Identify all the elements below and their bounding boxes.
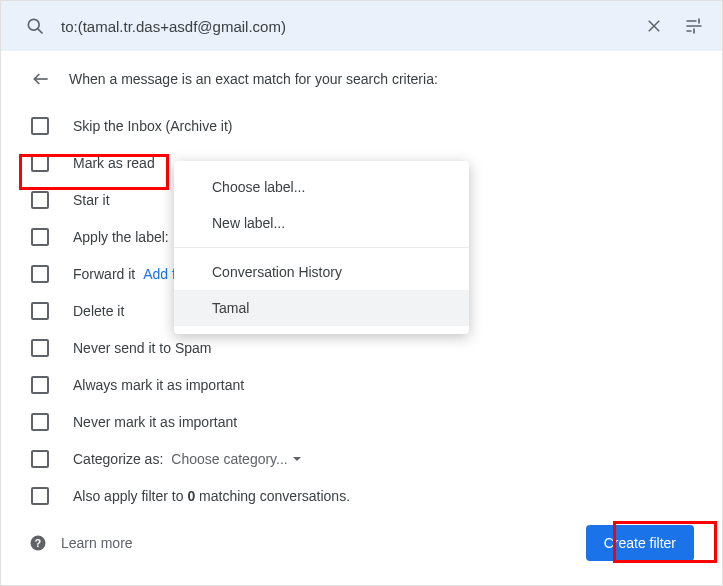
label-also-apply-post: matching conversations. bbox=[195, 488, 350, 504]
checkbox-never-important[interactable] bbox=[31, 413, 49, 431]
checkbox-mark-read[interactable] bbox=[31, 154, 49, 172]
filter-options-panel: When a message is an exact match for you… bbox=[1, 51, 722, 526]
svg-text:?: ? bbox=[35, 537, 41, 549]
label-delete: Delete it bbox=[73, 303, 124, 319]
label-apply-label: Apply the label: bbox=[73, 229, 169, 245]
option-never-spam: Never send it to Spam bbox=[31, 329, 692, 366]
help-icon: ? bbox=[29, 534, 47, 552]
learn-more-link[interactable]: ? Learn more bbox=[29, 534, 133, 552]
option-always-important: Always mark it as important bbox=[31, 366, 692, 403]
search-bar: to:(tamal.tr.das+asdf@gmail.com) bbox=[1, 1, 722, 51]
checkbox-delete[interactable] bbox=[31, 302, 49, 320]
checkbox-star[interactable] bbox=[31, 191, 49, 209]
svg-line-1 bbox=[38, 29, 43, 34]
label-categorize: Categorize as: bbox=[73, 451, 163, 467]
back-icon[interactable] bbox=[31, 69, 51, 89]
clear-icon[interactable] bbox=[634, 6, 674, 46]
checkbox-also-apply[interactable] bbox=[31, 487, 49, 505]
checkbox-always-important[interactable] bbox=[31, 376, 49, 394]
label-menu: Choose label... New label... Conversatio… bbox=[174, 161, 469, 334]
checkbox-apply-label[interactable] bbox=[31, 228, 49, 246]
label-never-spam: Never send it to Spam bbox=[73, 340, 212, 356]
label-never-important: Never mark it as important bbox=[73, 414, 237, 430]
menu-tamal[interactable]: Tamal bbox=[174, 290, 469, 326]
option-categorize: Categorize as: Choose category... bbox=[31, 440, 692, 477]
checkbox-forward[interactable] bbox=[31, 265, 49, 283]
svg-rect-5 bbox=[698, 19, 700, 24]
header-text: When a message is an exact match for you… bbox=[69, 71, 438, 87]
footer: ? Learn more Create filter bbox=[1, 525, 722, 585]
option-never-important: Never mark it as important bbox=[31, 403, 692, 440]
checkbox-categorize[interactable] bbox=[31, 450, 49, 468]
label-forward: Forward it bbox=[73, 266, 135, 282]
option-skip-inbox: Skip the Inbox (Archive it) bbox=[31, 107, 692, 144]
menu-conversation-history[interactable]: Conversation History bbox=[174, 254, 469, 290]
checkbox-skip-inbox[interactable] bbox=[31, 117, 49, 135]
learn-more-text: Learn more bbox=[61, 535, 133, 551]
label-always-important: Always mark it as important bbox=[73, 377, 244, 393]
svg-point-0 bbox=[28, 19, 39, 30]
menu-divider bbox=[174, 247, 469, 248]
category-dropdown-label: Choose category... bbox=[171, 451, 287, 467]
tune-icon[interactable] bbox=[674, 6, 714, 46]
label-skip-inbox: Skip the Inbox (Archive it) bbox=[73, 118, 233, 134]
label-mark-read: Mark as read bbox=[73, 155, 155, 171]
label-also-apply-pre: Also apply filter to bbox=[73, 488, 187, 504]
search-icon[interactable] bbox=[15, 6, 55, 46]
label-star: Star it bbox=[73, 192, 110, 208]
caret-down-icon bbox=[292, 454, 302, 464]
svg-rect-4 bbox=[693, 29, 695, 34]
menu-choose-label[interactable]: Choose label... bbox=[174, 169, 469, 205]
menu-new-label[interactable]: New label... bbox=[174, 205, 469, 241]
search-query[interactable]: to:(tamal.tr.das+asdf@gmail.com) bbox=[55, 18, 634, 35]
create-filter-button[interactable]: Create filter bbox=[586, 525, 694, 561]
category-dropdown[interactable]: Choose category... bbox=[171, 451, 301, 467]
option-also-apply: Also apply filter to 0 matching conversa… bbox=[31, 477, 692, 514]
checkbox-never-spam[interactable] bbox=[31, 339, 49, 357]
